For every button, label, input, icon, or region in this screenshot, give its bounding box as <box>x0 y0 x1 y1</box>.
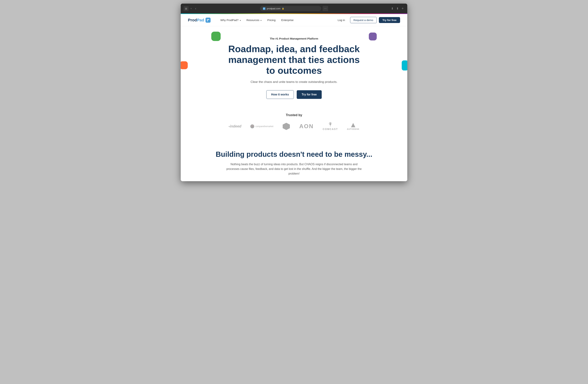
nav-resources[interactable]: Resources ▾ <box>244 17 264 23</box>
logo[interactable]: ProdPad <box>188 18 210 23</box>
how-it-works-button[interactable]: How it works <box>266 90 294 99</box>
new-tab-button[interactable]: + <box>401 6 404 11</box>
autodesk-text: AUTODESK <box>347 128 359 130</box>
nav-links: Why ProdPad? ▾ Resources ▾ Pricing Enter… <box>218 17 335 23</box>
chevron-down-icon: ▾ <box>240 20 241 21</box>
share-button[interactable]: ⬆ <box>396 6 399 11</box>
hero-description: Clear the chaos and unite teams to creat… <box>188 80 400 84</box>
lock-icon: 🔒 <box>282 7 284 10</box>
nav-enterprise[interactable]: Enterprise <box>279 17 296 23</box>
logo-icon <box>206 18 210 23</box>
logo-text: ProdPad <box>188 18 204 22</box>
sidebar-toggle[interactable]: ⊞ <box>184 6 189 11</box>
nav-right: Log in Request a demo Try for free <box>335 17 400 23</box>
tab-chevron[interactable]: ▼ <box>190 7 192 10</box>
svg-rect-0 <box>207 19 208 20</box>
svg-rect-2 <box>207 20 208 21</box>
comparethemarket-logo: 🐭 comparethemarket <box>250 124 273 128</box>
svg-marker-3 <box>283 123 290 130</box>
hero-section: The #1 Product Management Platform Roadm… <box>181 26 407 108</box>
green-shape <box>211 32 221 41</box>
site-favicon: P <box>263 7 265 10</box>
request-demo-button[interactable]: Request a demo <box>350 17 377 23</box>
hero-buttons: How it works Try for free <box>188 90 400 99</box>
building-description: Nothing beats the buzz of turning ideas … <box>226 162 362 176</box>
indeed-logo: •indeed <box>229 124 241 128</box>
comparethemarket-icon: 🐭 <box>250 124 254 128</box>
aon-logo: AON <box>299 123 314 130</box>
building-title: Building products doesn't need to be mes… <box>188 150 400 158</box>
orange-shape <box>181 61 188 69</box>
homedepot-logo <box>282 122 290 130</box>
address-bar-container: P prodpad.com 🔒 ··· <box>200 6 388 11</box>
browser-chrome: ⊞ ▼ ‹ P prodpad.com 🔒 ··· ⬇ ⬆ + <box>181 4 407 14</box>
chevron-down-icon: ▾ <box>261 20 261 21</box>
trusted-section: Trusted by •indeed 🐭 comparethemarket <box>181 108 407 140</box>
browser-actions: ⬇ ⬆ + <box>390 6 404 11</box>
login-button[interactable]: Log in <box>335 17 348 23</box>
purple-shape <box>369 33 377 40</box>
navbar: ProdPad Why ProdPad? ▾ Resources <box>181 14 407 26</box>
hero-title: Roadmap, idea, and feedback management t… <box>228 44 360 76</box>
trusted-title: Trusted by <box>188 113 400 117</box>
download-button[interactable]: ⬇ <box>390 6 394 11</box>
address-bar-more[interactable]: ··· <box>323 6 328 11</box>
svg-marker-11 <box>351 123 355 127</box>
try-free-button-hero[interactable]: Try for free <box>297 90 322 99</box>
nav-why-prodpad[interactable]: Why ProdPad? ▾ <box>218 17 243 23</box>
cyan-shape <box>402 61 407 70</box>
svg-rect-1 <box>208 19 209 20</box>
browser-controls: ⊞ ▼ ‹ <box>184 6 198 11</box>
address-bar[interactable]: P prodpad.com 🔒 <box>260 6 321 11</box>
nav-pricing[interactable]: Pricing <box>265 17 278 23</box>
comparethemarket-text: comparethemarket <box>255 125 273 128</box>
comcast-text: COMCAST <box>323 128 338 131</box>
url-text: prodpad.com <box>267 7 280 10</box>
browser-window: ⊞ ▼ ‹ P prodpad.com 🔒 ··· ⬇ ⬆ + <box>181 4 407 181</box>
website-content: ProdPad Why ProdPad? ▾ Resources <box>181 14 407 181</box>
comcast-logo: COMCAST <box>323 122 338 131</box>
building-section: Building products doesn't need to be mes… <box>181 140 407 181</box>
trusted-logos: •indeed 🐭 comparethemarket AON <box>188 122 400 131</box>
try-free-button-nav[interactable]: Try for free <box>379 17 400 23</box>
back-button[interactable]: ‹ <box>194 6 198 11</box>
autodesk-logo: AUTODESK <box>347 122 359 130</box>
